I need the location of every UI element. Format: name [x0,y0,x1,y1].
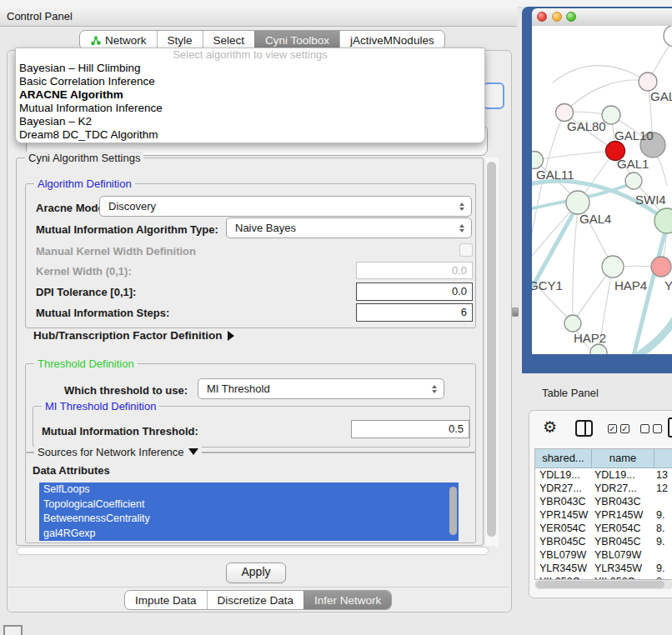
node-gal4[interactable] [566,191,589,214]
column-header-partial[interactable] [654,449,672,468]
node-label: HAP2 [574,331,606,345]
tab-impute-data[interactable]: Impute Data [125,591,207,609]
tab-infer-network[interactable]: Infer Network [303,591,391,609]
network-graph: GAL GAL80 GAL10 GAL1 GAL11 SWI4 GAL4 GCY… [532,26,672,354]
table-row[interactable]: YBL079WYBL079W [535,548,672,562]
tab-style[interactable]: Style [157,31,203,49]
node-label: HAP4 [614,278,647,292]
list-item[interactable]: TopologicalCoefficient [39,498,459,512]
screenshot-root: Control Panel ✕ Network Style Select Cyn… [0,0,672,635]
menu-item[interactable]: Bayesian – Hill Climbing [16,62,484,75]
columns-icon[interactable] [575,420,593,437]
mi-threshold-field[interactable]: 0.5 [351,420,469,438]
node-label: GAL4 [579,212,611,226]
node-gal-partial[interactable] [639,72,657,91]
mi-threshold-label: Mutual Information Threshold: [42,425,198,438]
close-traffic-light[interactable] [537,12,547,22]
scrollbar-thumb[interactable] [17,547,489,555]
settings-vertical-scrollbar[interactable] [484,158,499,548]
manual-kernel-label: Manual Kernel Width Definition [36,245,196,258]
menu-item[interactable]: Bayesian – K2 [16,115,484,128]
kernel-width-field[interactable]: 0.0 [356,262,473,279]
stepper-icon [459,224,464,232]
table-row[interactable]: YDR27...YDR27...12 [535,482,672,495]
aracne-mode-label: Aracne Mode: [36,202,108,214]
collapsed-arrow-icon [228,331,234,341]
splitter-handle[interactable] [512,308,519,317]
which-threshold-combo[interactable]: MI Threshold [198,378,444,399]
menu-item[interactable]: Mutual Information Inference [16,102,484,115]
network-nodes [532,26,672,354]
control-panel-titlebar: Control Panel ✕ [0,7,517,27]
combo-value: MI Threshold [207,382,270,395]
stepper-icon [432,385,437,393]
tab-network[interactable]: Network [80,31,157,49]
network-canvas[interactable]: GAL GAL80 GAL10 GAL1 GAL11 SWI4 GAL4 GCY… [532,26,672,354]
tab-select[interactable]: Select [203,31,255,49]
manual-kernel-checkbox[interactable] [459,243,473,257]
field-value: 0.0 [452,285,467,298]
focused-combo-fragment[interactable] [483,82,504,109]
table-panel-card: ⚙ ✓ ✓ shared... name YDL19...YDL19...13 … [529,410,672,598]
table-row[interactable]: YLR345WYLR345W9. [535,562,672,575]
node-labels: GAL GAL80 GAL10 GAL1 GAL11 SWI4 GAL4 GCY… [532,89,672,345]
tab-label: Infer Network [314,594,381,607]
table-horizontal-scrollbar[interactable] [534,580,672,589]
sources-expander[interactable]: Sources for Network Inference [34,446,202,458]
document-icon[interactable] [668,418,672,438]
scrollbar-thumb[interactable] [487,162,496,537]
tab-cyni-toolbox[interactable]: Cyni Toolbox [254,31,339,49]
menu-item-selected[interactable]: ARACNE Algorithm [16,88,484,102]
select-all-icon[interactable]: ✓ ✓ [608,424,629,433]
cyni-algorithm-settings-group: Cyni Algorithm Settings Algorithm Defini… [16,158,484,546]
column-header-name[interactable]: name [592,449,654,468]
node-label: Y [664,278,672,292]
menu-item[interactable]: Basic Correlation Inference [16,75,484,88]
tab-label: Impute Data [135,594,197,607]
minimized-panel-icon[interactable] [3,625,23,635]
menu-item[interactable]: Dream8 DC_TDC Algorithm [16,128,484,142]
node-partial-top[interactable] [664,26,672,47]
settings-horizontal-scrollbar[interactable] [14,546,498,557]
node-swi4-small[interactable] [625,172,642,189]
dpi-tolerance-field[interactable]: 0.0 [356,282,473,301]
sources-title: Sources for Network Inference [38,446,184,458]
list-item[interactable]: BetweennessCentrality [39,512,459,527]
algorithm-definition-group: Algorithm Definition Aracne Mode: Discov… [25,183,476,328]
mi-type-combo[interactable]: Naive Bayes [226,218,472,238]
deselect-all-icon[interactable] [640,424,662,433]
tab-discretize-data[interactable]: Discretize Data [207,591,304,609]
node-hap2[interactable] [564,315,581,332]
aracne-mode-combo[interactable]: Discovery [99,196,472,217]
node-label: GAL10 [614,128,654,142]
checked-box-icon: ✓ [620,424,629,433]
checked-box-icon: ✓ [608,424,617,433]
list-scrollbar-thumb[interactable] [449,487,457,535]
node-hap4[interactable] [602,256,624,278]
zoom-traffic-light[interactable] [566,12,576,22]
table-row[interactable]: YBR043CYBR043C [535,495,672,508]
table-row[interactable]: YPR145WYPR145W9. [535,508,672,522]
apply-button[interactable]: Apply [226,562,286,583]
dpi-tolerance-label: DPI Tolerance [0,1]: [36,286,136,298]
field-value: 0.0 [452,264,467,277]
node-salmon[interactable] [651,257,671,277]
table-row[interactable]: YDL19...YDL19...13 [535,468,672,482]
tab-label: Network [105,34,147,47]
column-header-shared[interactable]: shared... [535,449,592,468]
gear-icon[interactable]: ⚙ [543,418,557,437]
minimize-traffic-light[interactable] [552,12,562,22]
table-row[interactable]: YBR045CYBR045C9. [535,535,672,548]
tab-jactivemnodules[interactable]: jActiveMNodules [339,31,444,49]
hub-definition-expander[interactable]: Hub/Transcription Factor Definition [33,329,234,342]
mi-steps-field[interactable]: 6 [356,303,473,322]
network-window-titlebar[interactable] [532,8,672,27]
list-item[interactable]: gal4RGexp [39,527,459,542]
node-partial-bottom[interactable] [590,344,607,354]
table-row[interactable]: YER054CYER054C8. [535,522,672,535]
node-label: SWI4 [635,192,666,207]
scrollbar-thumb[interactable] [536,581,664,588]
node-label: GAL [650,89,672,103]
mi-type-label: Mutual Information Algorithm Type: [36,223,218,236]
list-item[interactable]: SelfLoops [39,482,459,498]
